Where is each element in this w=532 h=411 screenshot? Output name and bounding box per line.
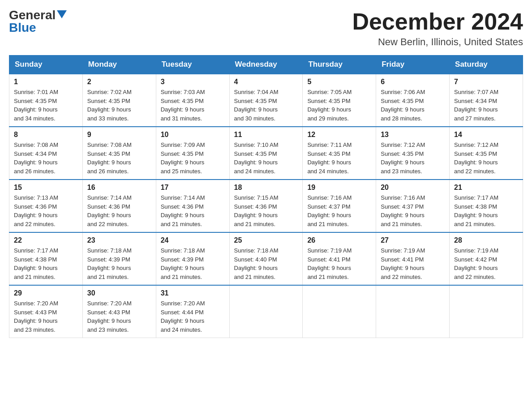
day-info: Sunrise: 7:10 AM Sunset: 4:35 PM Dayligh…: [234, 141, 298, 176]
week-row-3: 15 Sunrise: 7:13 AM Sunset: 4:36 PM Dayl…: [9, 180, 523, 232]
day-info: Sunrise: 7:02 AM Sunset: 4:35 PM Dayligh…: [87, 88, 151, 123]
calendar-cell: 5 Sunrise: 7:05 AM Sunset: 4:35 PM Dayli…: [303, 74, 376, 127]
day-info: Sunrise: 7:14 AM Sunset: 4:36 PM Dayligh…: [87, 193, 151, 228]
calendar-cell: 3 Sunrise: 7:03 AM Sunset: 4:35 PM Dayli…: [156, 74, 229, 127]
svg-marker-0: [57, 10, 67, 18]
calendar-cell: 8 Sunrise: 7:08 AM Sunset: 4:34 PM Dayli…: [9, 127, 83, 180]
day-info: Sunrise: 7:09 AM Sunset: 4:35 PM Dayligh…: [161, 141, 225, 176]
day-number: 17: [161, 184, 225, 192]
calendar-cell: 14 Sunrise: 7:12 AM Sunset: 4:35 PM Dayl…: [450, 127, 523, 180]
header-sunday: Sunday: [9, 56, 83, 74]
day-info: Sunrise: 7:08 AM Sunset: 4:34 PM Dayligh…: [14, 141, 78, 176]
calendar-cell: 26 Sunrise: 7:19 AM Sunset: 4:41 PM Dayl…: [303, 232, 376, 285]
day-info: Sunrise: 7:19 AM Sunset: 4:42 PM Dayligh…: [454, 246, 518, 281]
calendar-cell: 24 Sunrise: 7:18 AM Sunset: 4:39 PM Dayl…: [156, 232, 229, 285]
day-info: Sunrise: 7:15 AM Sunset: 4:36 PM Dayligh…: [234, 193, 298, 228]
page-header: General Blue December 2024 New Berlin, I…: [9, 9, 523, 48]
header-wednesday: Wednesday: [229, 56, 303, 74]
calendar-cell: [450, 285, 523, 338]
header-tuesday: Tuesday: [156, 56, 229, 74]
calendar-cell: 27 Sunrise: 7:19 AM Sunset: 4:41 PM Dayl…: [376, 232, 450, 285]
day-info: Sunrise: 7:04 AM Sunset: 4:35 PM Dayligh…: [234, 88, 298, 123]
day-number: 28: [454, 236, 518, 244]
calendar-cell: 21 Sunrise: 7:17 AM Sunset: 4:38 PM Dayl…: [450, 180, 523, 232]
day-number: 21: [454, 184, 518, 192]
logo-triangle-icon: [57, 10, 67, 18]
day-number: 26: [307, 236, 371, 244]
day-info: Sunrise: 7:17 AM Sunset: 4:38 PM Dayligh…: [14, 246, 78, 281]
day-info: Sunrise: 7:12 AM Sunset: 4:35 PM Dayligh…: [381, 141, 445, 176]
calendar-cell: 19 Sunrise: 7:16 AM Sunset: 4:37 PM Dayl…: [303, 180, 376, 232]
calendar-cell: 2 Sunrise: 7:02 AM Sunset: 4:35 PM Dayli…: [82, 74, 156, 127]
day-number: 18: [234, 184, 298, 192]
calendar-cell: 6 Sunrise: 7:06 AM Sunset: 4:35 PM Dayli…: [376, 74, 450, 127]
day-number: 30: [87, 289, 151, 297]
day-number: 20: [381, 184, 445, 192]
day-info: Sunrise: 7:11 AM Sunset: 4:35 PM Dayligh…: [307, 141, 371, 176]
logo-blue: Blue: [9, 21, 36, 34]
day-info: Sunrise: 7:08 AM Sunset: 4:35 PM Dayligh…: [87, 141, 151, 176]
day-info: Sunrise: 7:20 AM Sunset: 4:43 PM Dayligh…: [14, 299, 78, 334]
day-info: Sunrise: 7:20 AM Sunset: 4:44 PM Dayligh…: [161, 299, 225, 334]
day-number: 13: [381, 131, 445, 139]
calendar-cell: 18 Sunrise: 7:15 AM Sunset: 4:36 PM Dayl…: [229, 180, 303, 232]
header-friday: Friday: [376, 56, 450, 74]
calendar-cell: 16 Sunrise: 7:14 AM Sunset: 4:36 PM Dayl…: [82, 180, 156, 232]
day-info: Sunrise: 7:17 AM Sunset: 4:38 PM Dayligh…: [454, 193, 518, 228]
day-number: 5: [307, 78, 371, 86]
day-number: 14: [454, 131, 518, 139]
page-title: December 2024: [352, 9, 523, 34]
day-number: 22: [14, 236, 78, 244]
day-number: 24: [161, 236, 225, 244]
week-row-1: 1 Sunrise: 7:01 AM Sunset: 4:35 PM Dayli…: [9, 74, 523, 127]
calendar-cell: 17 Sunrise: 7:14 AM Sunset: 4:36 PM Dayl…: [156, 180, 229, 232]
day-number: 7: [454, 78, 518, 86]
day-number: 8: [14, 131, 78, 139]
calendar-cell: 15 Sunrise: 7:13 AM Sunset: 4:36 PM Dayl…: [9, 180, 83, 232]
logo: General Blue: [9, 9, 67, 34]
header-thursday: Thursday: [303, 56, 376, 74]
calendar-cell: [376, 285, 450, 338]
day-info: Sunrise: 7:01 AM Sunset: 4:35 PM Dayligh…: [14, 88, 78, 123]
page-subtitle: New Berlin, Illinois, United States: [352, 36, 523, 48]
day-number: 6: [381, 78, 445, 86]
calendar-cell: 7 Sunrise: 7:07 AM Sunset: 4:34 PM Dayli…: [450, 74, 523, 127]
header-monday: Monday: [82, 56, 156, 74]
day-number: 12: [307, 131, 371, 139]
calendar-cell: [303, 285, 376, 338]
calendar-cell: 4 Sunrise: 7:04 AM Sunset: 4:35 PM Dayli…: [229, 74, 303, 127]
day-info: Sunrise: 7:19 AM Sunset: 4:41 PM Dayligh…: [381, 246, 445, 281]
day-number: 15: [14, 184, 78, 192]
calendar-cell: [229, 285, 303, 338]
week-row-4: 22 Sunrise: 7:17 AM Sunset: 4:38 PM Dayl…: [9, 232, 523, 285]
calendar-cell: 29 Sunrise: 7:20 AM Sunset: 4:43 PM Dayl…: [9, 285, 83, 338]
day-number: 2: [87, 78, 151, 86]
day-info: Sunrise: 7:19 AM Sunset: 4:41 PM Dayligh…: [307, 246, 371, 281]
day-info: Sunrise: 7:20 AM Sunset: 4:43 PM Dayligh…: [87, 299, 151, 334]
calendar-cell: 12 Sunrise: 7:11 AM Sunset: 4:35 PM Dayl…: [303, 127, 376, 180]
day-number: 16: [87, 184, 151, 192]
day-info: Sunrise: 7:12 AM Sunset: 4:35 PM Dayligh…: [454, 141, 518, 176]
calendar-cell: 11 Sunrise: 7:10 AM Sunset: 4:35 PM Dayl…: [229, 127, 303, 180]
day-info: Sunrise: 7:05 AM Sunset: 4:35 PM Dayligh…: [307, 88, 371, 123]
calendar-cell: 22 Sunrise: 7:17 AM Sunset: 4:38 PM Dayl…: [9, 232, 83, 285]
day-number: 10: [161, 131, 225, 139]
day-info: Sunrise: 7:18 AM Sunset: 4:40 PM Dayligh…: [234, 246, 298, 281]
calendar-cell: 1 Sunrise: 7:01 AM Sunset: 4:35 PM Dayli…: [9, 74, 83, 127]
day-info: Sunrise: 7:03 AM Sunset: 4:35 PM Dayligh…: [161, 88, 225, 123]
calendar-cell: 25 Sunrise: 7:18 AM Sunset: 4:40 PM Dayl…: [229, 232, 303, 285]
calendar-header-row: SundayMondayTuesdayWednesdayThursdayFrid…: [9, 56, 523, 74]
day-number: 25: [234, 236, 298, 244]
day-number: 31: [161, 289, 225, 297]
day-info: Sunrise: 7:18 AM Sunset: 4:39 PM Dayligh…: [87, 246, 151, 281]
title-block: December 2024 New Berlin, Illinois, Unit…: [352, 9, 523, 48]
calendar-cell: 28 Sunrise: 7:19 AM Sunset: 4:42 PM Dayl…: [450, 232, 523, 285]
day-number: 4: [234, 78, 298, 86]
day-number: 27: [381, 236, 445, 244]
day-number: 23: [87, 236, 151, 244]
day-number: 11: [234, 131, 298, 139]
day-info: Sunrise: 7:16 AM Sunset: 4:37 PM Dayligh…: [381, 193, 445, 228]
day-info: Sunrise: 7:06 AM Sunset: 4:35 PM Dayligh…: [381, 88, 445, 123]
day-number: 19: [307, 184, 371, 192]
header-saturday: Saturday: [450, 56, 523, 74]
